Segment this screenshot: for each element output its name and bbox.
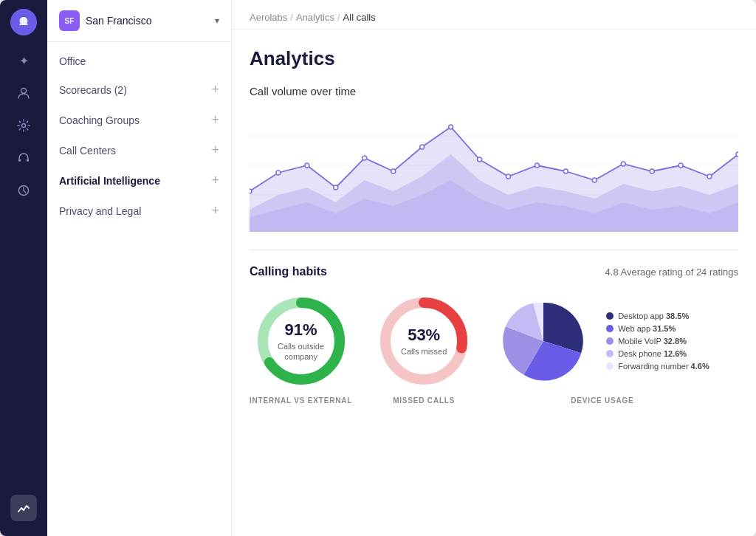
svg-point-13 xyxy=(391,169,396,173)
sidebar-item-call-centers[interactable]: Call Centers + xyxy=(47,135,231,165)
svg-point-0 xyxy=(21,89,27,94)
page-title: Analytics xyxy=(250,47,738,70)
missed-pct: 53% xyxy=(401,326,447,345)
internal-external-chart: 91% Calls outsidecompany INTERNAL VS EXT… xyxy=(250,293,352,405)
internal-sub: Calls outsidecompany xyxy=(278,341,324,363)
workspace-badge: SF xyxy=(59,10,80,31)
call-volume-chart xyxy=(250,106,738,232)
charts-row: 91% Calls outsidecompany INTERNAL VS EXT… xyxy=(250,293,738,405)
legend-mobilevoip: Mobile VoIP 32.8% xyxy=(606,337,709,346)
missed-donut-text: 53% Calls missed xyxy=(401,326,447,357)
svg-point-19 xyxy=(563,169,568,173)
main-content: Aerolabs / Analytics / All calls Analyti… xyxy=(232,0,756,536)
missed-donut: 53% Calls missed xyxy=(376,293,472,389)
sidebar-item-ai[interactable]: Artificial Intelligence + xyxy=(47,165,231,196)
callcenters-plus-icon[interactable]: + xyxy=(211,142,219,158)
section-divider xyxy=(250,250,738,250)
legend-deskphone: Desk phone 12.6% xyxy=(606,349,709,358)
device-usage-chart: Desktop app 38.5% Web app 31.5% Mobile V… xyxy=(495,293,709,405)
missed-label: MISSED CALLS xyxy=(393,396,455,405)
svg-point-23 xyxy=(678,163,683,168)
sidebar-item-office[interactable]: Office xyxy=(47,48,231,75)
gear-nav-icon[interactable] xyxy=(10,112,37,139)
sidebar-nav: Office Scorecards (2) + Coaching Groups … xyxy=(47,42,231,536)
workspace-selector[interactable]: SF San Francisco ▾ xyxy=(47,0,231,42)
habits-section: Calling habits 4.8 Average rating of 24 … xyxy=(250,265,738,405)
ai-plus-icon[interactable]: + xyxy=(211,173,219,188)
person-nav-icon[interactable] xyxy=(10,80,37,106)
coaching-plus-icon[interactable]: + xyxy=(211,112,219,128)
svg-rect-3 xyxy=(27,159,29,162)
svg-point-22 xyxy=(650,169,654,173)
habits-title: Calling habits xyxy=(250,265,327,278)
svg-point-25 xyxy=(736,152,738,157)
habits-rating: 4.8 Average rating of 24 ratings xyxy=(605,267,738,278)
svg-point-11 xyxy=(334,185,338,190)
headset-nav-icon[interactable] xyxy=(10,145,37,171)
chart-title: Call volume over time xyxy=(250,85,738,97)
svg-point-21 xyxy=(621,162,625,166)
missed-sub: Calls missed xyxy=(401,346,447,357)
sidebar: SF San Francisco ▾ Office Scorecards (2)… xyxy=(47,0,232,536)
app-logo[interactable] xyxy=(10,9,37,35)
sidebar-item-privacy[interactable]: Privacy and Legal + xyxy=(47,196,231,226)
call-volume-section: Call volume over time xyxy=(250,85,738,232)
internal-pct: 91% xyxy=(278,320,324,340)
pie-legend: Desktop app 38.5% Web app 31.5% Mobile V… xyxy=(606,312,709,371)
svg-point-10 xyxy=(305,163,309,168)
legend-desktop: Desktop app 38.5% xyxy=(606,312,709,320)
svg-point-1 xyxy=(22,124,26,128)
svg-point-17 xyxy=(506,174,511,179)
svg-point-15 xyxy=(449,125,453,129)
legend-forwarding: Forwarding number 4.6% xyxy=(606,362,709,371)
breadcrumb-analytics[interactable]: Analytics xyxy=(296,12,334,23)
device-label: DEVICE USAGE xyxy=(571,396,633,405)
svg-point-16 xyxy=(478,157,482,162)
breadcrumb-aerolabs[interactable]: Aerolabs xyxy=(250,12,287,23)
svg-point-24 xyxy=(707,174,712,179)
habits-header: Calling habits 4.8 Average rating of 24 … xyxy=(250,265,738,278)
legend-dot-forwarding xyxy=(606,363,614,370)
internal-donut-text: 91% Calls outsidecompany xyxy=(278,320,324,363)
history-nav-icon[interactable] xyxy=(10,177,37,204)
svg-point-14 xyxy=(420,145,425,149)
legend-webapp: Web app 31.5% xyxy=(606,324,709,333)
pie-wrap: Desktop app 38.5% Web app 31.5% Mobile V… xyxy=(495,293,709,389)
analytics-nav-icon[interactable] xyxy=(10,495,37,521)
missed-calls-chart: 53% Calls missed MISSED CALLS xyxy=(376,293,472,405)
sidebar-item-coaching-groups[interactable]: Coaching Groups + xyxy=(47,105,231,135)
legend-dot-mobilevoip xyxy=(606,337,614,345)
svg-rect-2 xyxy=(18,159,21,162)
breadcrumb-sep1: / xyxy=(290,12,293,23)
icon-bar: ✦ xyxy=(0,0,47,536)
sidebar-item-scorecards[interactable]: Scorecards (2) + xyxy=(47,75,231,105)
svg-point-12 xyxy=(362,156,367,160)
breadcrumb-sep2: / xyxy=(337,12,340,23)
workspace-chevron-icon: ▾ xyxy=(215,16,219,26)
breadcrumb-current: All calls xyxy=(343,12,376,23)
legend-dot-webapp xyxy=(606,325,614,332)
svg-point-18 xyxy=(535,163,539,168)
scorecards-plus-icon[interactable]: + xyxy=(211,82,219,97)
legend-dot-desktop xyxy=(606,312,614,320)
svg-point-20 xyxy=(592,178,597,182)
breadcrumb: Aerolabs / Analytics / All calls xyxy=(232,0,756,30)
privacy-plus-icon[interactable]: + xyxy=(211,203,219,219)
svg-point-9 xyxy=(276,171,281,175)
svg-point-8 xyxy=(250,189,252,193)
workspace-name: San Francisco xyxy=(86,15,215,27)
legend-dot-deskphone xyxy=(606,350,614,357)
internal-label: INTERNAL VS EXTERNAL xyxy=(250,396,352,405)
internal-donut: 91% Calls outsidecompany xyxy=(253,293,349,389)
sparkles-nav-icon[interactable]: ✦ xyxy=(10,47,37,74)
